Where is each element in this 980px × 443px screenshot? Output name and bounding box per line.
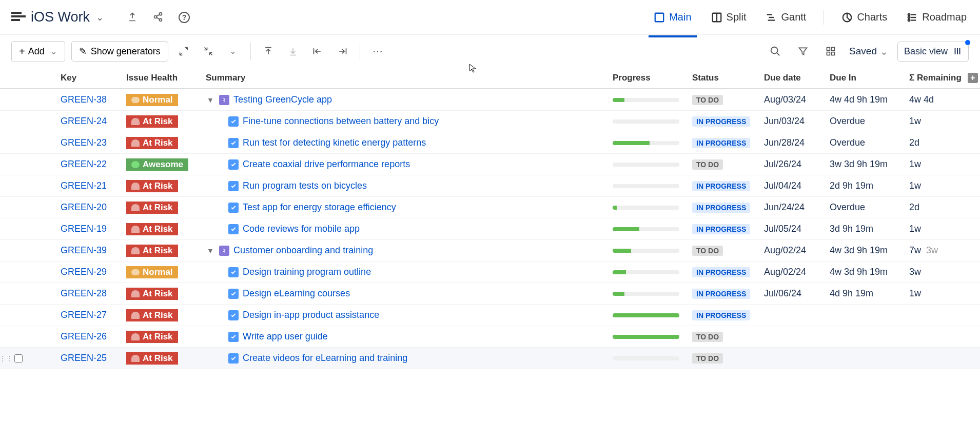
progress-bar[interactable] — [613, 206, 679, 210]
th-status[interactable]: Status — [692, 73, 764, 83]
table-row[interactable]: GREEN-23At RiskRun test for detecting ki… — [0, 132, 980, 154]
health-badge[interactable]: At Risk — [126, 352, 178, 365]
health-badge[interactable]: At Risk — [126, 137, 178, 149]
cell-remaining[interactable]: 1w — [909, 116, 966, 127]
status-badge[interactable]: IN PROGRESS — [692, 181, 750, 191]
row-checkbox[interactable] — [12, 354, 25, 363]
issue-key-link[interactable]: GREEN-19 — [61, 224, 107, 234]
cell-duedate[interactable]: Jun/24/24 — [764, 202, 830, 213]
issue-key-link[interactable]: GREEN-26 — [61, 331, 107, 341]
health-badge[interactable]: At Risk — [126, 202, 178, 214]
cell-duedate[interactable]: Jul/06/24 — [764, 288, 830, 299]
progress-bar[interactable] — [613, 98, 679, 102]
expand-caret-icon[interactable]: ▼ — [206, 96, 215, 104]
summary-link[interactable]: Design eLearning courses — [243, 288, 350, 299]
collapse-all-button[interactable] — [199, 42, 218, 61]
progress-bar[interactable] — [613, 184, 679, 188]
health-badge[interactable]: Awesome — [126, 158, 188, 171]
view-split[interactable]: Split — [709, 7, 749, 27]
cell-remaining[interactable]: 1w — [909, 180, 966, 191]
issue-key-link[interactable]: GREEN-28 — [61, 288, 107, 298]
cell-remaining[interactable]: 7w3w — [909, 245, 966, 256]
status-badge[interactable]: TO DO — [692, 332, 723, 342]
th-key[interactable]: Key — [61, 73, 126, 83]
table-row[interactable]: GREEN-21At RiskRun program tests on bicy… — [0, 175, 980, 197]
progress-bar[interactable] — [613, 356, 679, 360]
progress-bar[interactable] — [613, 227, 679, 231]
issue-key-link[interactable]: GREEN-23 — [61, 137, 107, 148]
progress-bar[interactable] — [613, 270, 679, 274]
progress-bar[interactable] — [613, 119, 679, 124]
summary-link[interactable]: Test app for energy storage efficiency — [243, 202, 396, 213]
table-row[interactable]: GREEN-29NormalDesign training program ou… — [0, 261, 980, 283]
th-summary[interactable]: Summary — [206, 73, 613, 83]
th-remaining[interactable]: Σ Remaining — [909, 73, 966, 83]
expand-all-button[interactable] — [174, 42, 193, 61]
expand-caret-icon[interactable]: ▼ — [206, 247, 215, 255]
show-generators-button[interactable]: ✎ Show generators — [71, 41, 168, 62]
move-down-button[interactable] — [284, 42, 302, 61]
status-badge[interactable]: IN PROGRESS — [692, 289, 750, 299]
table-row[interactable]: GREEN-26At RiskWrite app user guideTO DO — [0, 326, 980, 348]
view-charts[interactable]: Charts — [839, 7, 889, 27]
issue-key-link[interactable]: GREEN-21 — [61, 180, 107, 191]
cell-duedate[interactable]: Jul/04/24 — [764, 180, 830, 191]
status-badge[interactable]: TO DO — [692, 159, 723, 170]
health-badge[interactable]: At Risk — [126, 223, 178, 235]
cell-duedate[interactable]: Jun/03/24 — [764, 116, 830, 127]
th-progress[interactable]: Progress — [613, 73, 692, 83]
table-row[interactable]: ⋮⋮GREEN-25At RiskCreate videos for eLear… — [0, 348, 980, 369]
status-badge[interactable]: TO DO — [692, 246, 723, 256]
summary-link[interactable]: Design in-app product assistance — [243, 310, 379, 320]
issue-key-link[interactable]: GREEN-39 — [61, 245, 107, 255]
cell-remaining[interactable]: 1w — [909, 159, 966, 170]
search-button[interactable] — [766, 42, 785, 61]
health-badge[interactable]: At Risk — [126, 115, 178, 128]
cell-duedate[interactable]: Aug/02/24 — [764, 245, 830, 256]
health-badge[interactable]: Normal — [126, 94, 178, 106]
table-row[interactable]: GREEN-22AwesomeCreate coaxial drive perf… — [0, 154, 980, 175]
cell-duedate[interactable]: Aug/02/24 — [764, 267, 830, 277]
more-actions-button[interactable]: ⋯ — [368, 42, 387, 61]
progress-bar[interactable] — [613, 249, 679, 253]
table-row[interactable]: GREEN-38Normal▼Testing GreenCycle appTO … — [0, 89, 980, 111]
summary-link[interactable]: Create videos for eLearning and training — [243, 353, 407, 364]
issue-key-link[interactable]: GREEN-20 — [61, 202, 107, 212]
cell-remaining[interactable]: 2d — [909, 137, 966, 148]
cell-duedate[interactable]: Jun/28/24 — [764, 137, 830, 148]
progress-bar[interactable] — [613, 313, 679, 317]
issue-key-link[interactable]: GREEN-27 — [61, 310, 107, 320]
summary-link[interactable]: Code reviews for mobile app — [243, 224, 360, 234]
add-button[interactable]: + Add ⌄ — [11, 41, 65, 62]
cell-remaining[interactable]: 4w 4d — [909, 94, 966, 105]
summary-link[interactable]: Customer onboarding and training — [233, 245, 373, 256]
progress-bar[interactable] — [613, 141, 679, 145]
filter-button[interactable] — [794, 42, 812, 61]
health-badge[interactable]: Normal — [126, 266, 178, 278]
cell-remaining[interactable]: 2d — [909, 202, 966, 213]
status-badge[interactable]: TO DO — [692, 353, 723, 364]
summary-link[interactable]: Fine-tune connections between battery an… — [243, 116, 439, 127]
view-gantt[interactable]: Gantt — [763, 7, 808, 27]
view-main[interactable]: Main — [652, 7, 693, 27]
th-duedate[interactable]: Due date — [764, 73, 830, 83]
level-dropdown[interactable]: ⌄ — [224, 42, 242, 61]
group-button[interactable] — [821, 42, 840, 61]
saved-indicator[interactable]: Saved ⌄ — [849, 46, 888, 57]
health-badge[interactable]: At Risk — [126, 331, 178, 343]
summary-link[interactable]: Design training program outline — [243, 267, 371, 277]
issue-key-link[interactable]: GREEN-22 — [61, 159, 107, 169]
table-row[interactable]: GREEN-39At Risk▼Customer onboarding and … — [0, 240, 980, 261]
status-badge[interactable]: IN PROGRESS — [692, 267, 750, 277]
indent-button[interactable] — [333, 42, 351, 61]
cell-remaining[interactable]: 1w — [909, 224, 966, 234]
summary-link[interactable]: Run program tests on bicycles — [243, 180, 367, 191]
share-icon[interactable] — [153, 12, 163, 22]
table-row[interactable]: GREEN-27At RiskDesign in-app product ass… — [0, 305, 980, 326]
health-badge[interactable]: At Risk — [126, 245, 178, 257]
cell-remaining[interactable]: 3w — [909, 267, 966, 277]
issue-key-link[interactable]: GREEN-24 — [61, 116, 107, 126]
cell-duedate[interactable]: Jul/26/24 — [764, 159, 830, 170]
issue-key-link[interactable]: GREEN-38 — [61, 94, 107, 105]
issue-key-link[interactable]: GREEN-29 — [61, 267, 107, 277]
